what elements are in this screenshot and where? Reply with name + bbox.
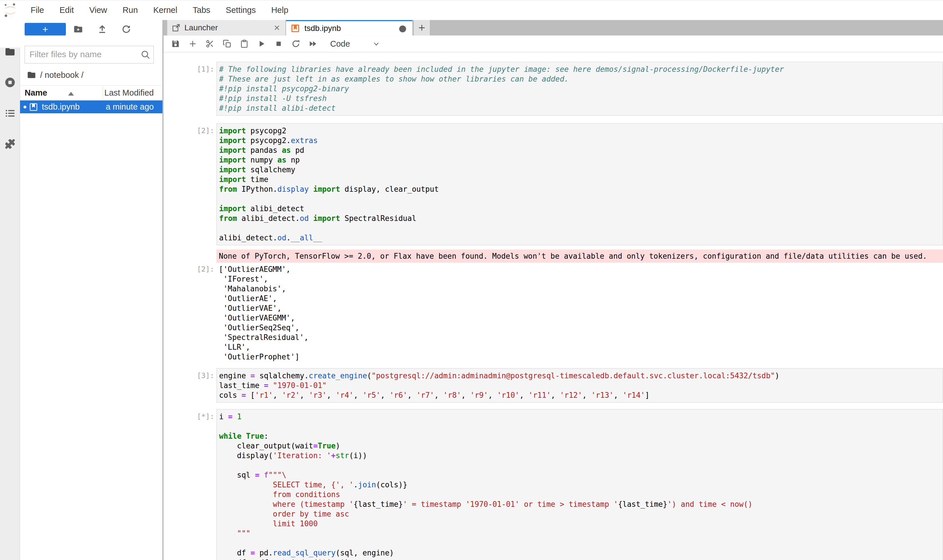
run-icon xyxy=(257,40,266,48)
execute-result-output: ['OutlierAEGMM', 'IForest', 'Mahalanobis… xyxy=(219,265,309,362)
run-all-icon xyxy=(309,40,317,48)
cut-icon xyxy=(205,40,214,48)
refresh-button[interactable] xyxy=(120,23,132,35)
restart-icon xyxy=(292,40,300,48)
refresh-icon xyxy=(122,24,131,34)
tab-tsdb-notebook[interactable]: tsdb.ipynb xyxy=(286,20,412,35)
active-sidebar-slot xyxy=(0,20,20,48)
code-cell-3[interactable]: engine = sqlalchemy.create_engine("postg… xyxy=(216,368,943,403)
copy-cells-button[interactable] xyxy=(222,38,232,49)
activity-bar xyxy=(0,20,20,560)
file-filter-box xyxy=(25,46,154,63)
file-list-header: Name Last Modified xyxy=(20,85,162,100)
file-browser-panel: + / notebook / Name xyxy=(20,20,162,560)
stderr-output: None of PyTorch, TensorFlow >= 2.0, or F… xyxy=(216,249,943,263)
plus-icon xyxy=(418,23,426,32)
search-icon xyxy=(140,49,151,60)
restart-run-all-button[interactable] xyxy=(308,38,318,49)
output-prompt-2: [2]: xyxy=(164,265,214,274)
menu-view[interactable]: View xyxy=(82,5,115,15)
tab-bar: Launcher tsdb.ipynb xyxy=(164,20,943,35)
notebook-toolbar: Code xyxy=(164,35,943,52)
code-editor-3: engine = sqlalchemy.create_engine("postg… xyxy=(219,371,943,400)
code-editor-4: i = 1while True: clear_output(wait=True)… xyxy=(219,412,943,560)
column-header-name[interactable]: Name xyxy=(25,88,47,98)
menu-bar: File Edit View Run Kernel Tabs Settings … xyxy=(0,0,943,20)
tab-tsdb-label: tsdb.ipynb xyxy=(304,24,341,33)
breadcrumb-path: / notebook / xyxy=(40,71,83,80)
menu-tabs[interactable]: Tabs xyxy=(185,5,218,15)
interrupt-kernel-button[interactable] xyxy=(273,38,284,49)
menu-run[interactable]: Run xyxy=(115,5,145,15)
file-browser-tab[interactable] xyxy=(0,45,20,59)
code-editor-1: # The following libraries have already b… xyxy=(219,65,943,113)
stop-circle-icon xyxy=(4,77,16,88)
file-modified: a minute ago xyxy=(106,102,154,112)
add-cell-icon xyxy=(188,40,197,48)
home-folder-icon xyxy=(27,71,36,80)
restart-kernel-button[interactable] xyxy=(291,38,301,49)
unsaved-changes-icon xyxy=(399,25,406,32)
cell-type-select[interactable]: Code xyxy=(330,39,350,49)
folder-icon xyxy=(5,46,15,57)
running-kernels-tab[interactable] xyxy=(0,75,20,89)
menu-file[interactable]: File xyxy=(23,5,52,15)
copy-icon xyxy=(223,40,232,48)
code-cell-4[interactable]: i = 1while True: clear_output(wait=True)… xyxy=(216,409,943,560)
input-prompt-4: [*]: xyxy=(164,409,214,422)
paste-cells-button[interactable] xyxy=(239,38,249,49)
sort-ascending-icon xyxy=(68,92,74,95)
save-button[interactable] xyxy=(170,38,181,49)
new-folder-button[interactable] xyxy=(73,23,84,35)
file-name: tsdb.ipynb xyxy=(42,102,80,112)
running-dot-icon xyxy=(23,106,26,108)
code-cell-1[interactable]: # The following libraries have already b… xyxy=(216,62,943,115)
code-editor-2: import psycopg2import psycopg2.extrasimp… xyxy=(219,126,943,243)
code-cell-2[interactable]: import psycopg2import psycopg2.extrasimp… xyxy=(216,123,943,245)
jupyter-logo-icon xyxy=(3,3,18,18)
puzzle-icon xyxy=(4,138,16,150)
menu-settings[interactable]: Settings xyxy=(218,5,264,15)
tab-launcher-label: Launcher xyxy=(184,23,218,32)
notebook-scroll-area[interactable]: [1]: # The following libraries have alre… xyxy=(164,52,943,560)
save-icon xyxy=(171,40,180,48)
menu-kernel[interactable]: Kernel xyxy=(145,5,185,15)
paste-icon xyxy=(240,40,248,48)
new-launcher-button[interactable]: + xyxy=(25,23,66,35)
file-filter-input[interactable] xyxy=(29,46,136,63)
list-icon xyxy=(5,108,15,119)
main-menu: File Edit View Run Kernel Tabs Settings … xyxy=(23,5,296,15)
column-header-modified[interactable]: Last Modified xyxy=(105,88,154,98)
upload-icon xyxy=(97,24,107,34)
file-row-tsdb[interactable]: tsdb.ipynb a minute ago xyxy=(20,100,162,113)
column-divider xyxy=(103,86,103,100)
main-area: Launcher tsdb.ipynb xyxy=(164,20,943,560)
extensions-tab[interactable] xyxy=(0,137,20,151)
launcher-icon xyxy=(172,23,181,32)
new-folder-icon xyxy=(73,24,83,34)
chevron-down-icon[interactable] xyxy=(372,40,380,48)
upload-button[interactable] xyxy=(97,23,108,35)
table-of-contents-tab[interactable] xyxy=(0,106,20,120)
stop-icon xyxy=(274,40,283,48)
tab-launcher[interactable]: Launcher xyxy=(167,20,286,35)
input-prompt-2: [2]: xyxy=(164,123,214,135)
notebook-file-icon xyxy=(29,102,38,112)
run-cell-button[interactable] xyxy=(256,38,267,49)
menu-help[interactable]: Help xyxy=(264,5,296,15)
input-prompt-1: [1]: xyxy=(164,62,214,74)
cut-cells-button[interactable] xyxy=(205,38,215,49)
close-icon[interactable] xyxy=(273,24,281,32)
insert-cell-button[interactable] xyxy=(188,38,198,49)
menu-edit[interactable]: Edit xyxy=(52,5,82,15)
notebook-tab-icon xyxy=(291,23,300,33)
input-prompt-3: [3]: xyxy=(164,368,214,381)
new-tab-button[interactable] xyxy=(414,20,430,35)
breadcrumb[interactable]: / notebook / xyxy=(27,69,83,81)
